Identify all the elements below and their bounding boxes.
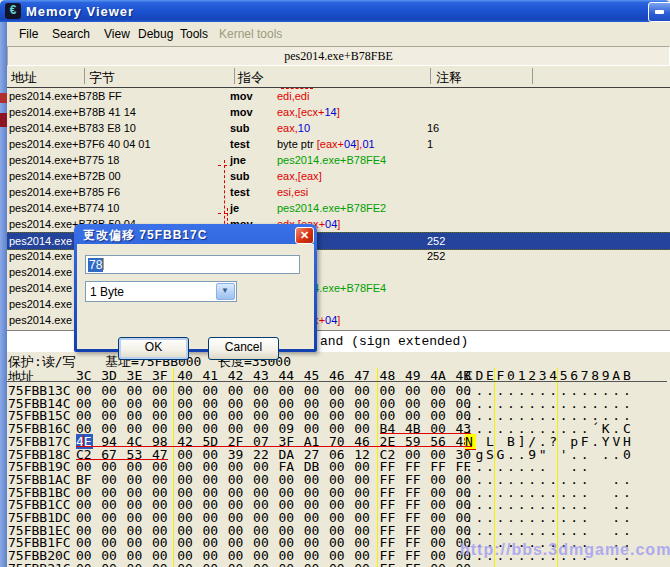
column-header: 指令 (238, 69, 264, 87)
hex-byte-cell[interactable]: 00 (354, 561, 371, 567)
hex-byte-cell[interactable]: 00 (203, 561, 220, 567)
size-select-value: 1 Byte (90, 285, 124, 299)
disasm-address: pes2014.exe (9, 314, 72, 326)
text-caret (103, 258, 104, 270)
window-left-border (0, 22, 7, 567)
disasm-address: pes2014.exe+B7F6 40 04 01 (9, 138, 151, 150)
disasm-address: pes2014.exe (9, 235, 72, 247)
size-select[interactable]: 1 Byte ▼ (85, 281, 237, 302)
disasm-row[interactable]: pes2014.exe+B7F6 40 04 01testbyte ptr [e… (7, 136, 670, 152)
group-guide-line (173, 368, 174, 567)
title-bar: € Memory Viewer (0, 0, 670, 22)
hex-byte-cell[interactable]: 00 (152, 561, 169, 567)
ok-button[interactable]: OK (118, 337, 189, 360)
disasm-row[interactable]: pes2014.exe+B775 18jnepes2014.exe+B78FE4 (7, 152, 670, 168)
disasm-address: pes2014.exe+B783 E8 10 (9, 122, 136, 134)
disasm-address: pes2014.exe (9, 250, 72, 262)
menu-item-view[interactable]: View (104, 27, 130, 41)
disasm-comment: 252 (427, 250, 445, 262)
disasm-mnemonic: test (230, 138, 250, 150)
memory-viewer-window: € Memory Viewer FileSearchViewDebugTools… (0, 0, 670, 567)
watermark-url: http://bbs.3dmgame.com/ (460, 541, 670, 559)
column-header: 地址 (11, 69, 37, 87)
disasm-mnemonic: je (230, 202, 239, 214)
disasm-row[interactable]: pes2014.exe+B78B 41 14moveax,[ecx+14] (7, 104, 670, 120)
border-artifact (0, 93, 7, 103)
disasm-comment: 16 (427, 122, 439, 134)
disasm-operands: eax,[eax] (277, 170, 322, 182)
hex-byte-cell[interactable]: 00 (253, 561, 270, 567)
dialog-body: 78 1 Byte ▼ OK Cancel (77, 244, 314, 349)
close-icon: ✕ (300, 229, 309, 241)
hex-byte-cell[interactable]: 00 (278, 561, 295, 567)
change-offset-dialog: 更改偏移 75FBB17C ✕ 78 1 Byte ▼ OK Cancel (74, 224, 317, 352)
hex-row-address: 75FBB21C (8, 561, 71, 567)
disasm-mnemonic: mov (230, 106, 253, 118)
cancel-button[interactable]: Cancel (208, 337, 279, 360)
cheat-engine-icon: € (5, 3, 21, 19)
hex-byte-cell[interactable]: FF (405, 561, 422, 567)
disasm-row[interactable]: pes2014.exe+B785 F6testesi,esi (7, 184, 670, 200)
column-divider (84, 68, 85, 84)
jump-line-tick (218, 165, 227, 166)
column-header: 字节 (89, 69, 115, 87)
disasm-address: pes2014.exe+B78B 41 14 (9, 106, 136, 118)
header-underline (7, 381, 667, 382)
value-input[interactable]: 78 (85, 255, 300, 274)
disasm-row[interactable]: pes2014.exe+B783 E8 10subeax,1016 (7, 120, 670, 136)
hex-dump-panel: 保护:读/写 基址=75FBB000 长度=35000 地址3C3D3E3F40… (7, 352, 670, 567)
disasm-row[interactable]: pes2014.exe+B78B FFmovedi,edi (7, 88, 670, 104)
column-divider (234, 68, 235, 84)
menu-item-file[interactable]: File (19, 27, 38, 41)
jump-target-marker (281, 88, 313, 89)
disasm-operands: edi,edi (277, 90, 309, 102)
hex-byte-cell[interactable]: 00 (101, 561, 118, 567)
chevron-down-icon: ▼ (221, 288, 228, 293)
instruction-description: and (sign extended) (320, 334, 468, 349)
disasm-comment: 1 (427, 138, 433, 150)
disasm-comment: 252 (427, 235, 445, 247)
hex-byte-cell[interactable]: 00 (76, 561, 93, 567)
dialog-title: 更改偏移 75FBB17C (83, 227, 207, 244)
disasm-mnemonic: test (230, 186, 250, 198)
hex-byte-cell[interactable]: 00 (430, 561, 447, 567)
address-bar-value: pes2014.exe+B78FBE (8, 49, 669, 64)
disasm-address: pes2014.exe (9, 298, 72, 310)
size-select-dropdown-button[interactable]: ▼ (216, 283, 235, 300)
address-bar[interactable]: pes2014.exe+B78FBE (7, 46, 670, 66)
hex-byte-cell[interactable]: 00 (304, 561, 321, 567)
disasm-mnemonic: sub (230, 170, 250, 182)
jump-line-tick (218, 213, 227, 214)
disasm-operands: eax,10 (277, 122, 310, 134)
disasm-address: pes2014.exe+B785 F6 (9, 186, 120, 198)
minimize-button[interactable] (648, 2, 670, 22)
value-input-selected-text: 78 (88, 258, 103, 272)
menu-item-kernel-tools: Kernel tools (219, 27, 282, 41)
menu-item-debug[interactable]: Debug (138, 27, 173, 41)
disasm-operands: eax,[ecx+14] (277, 106, 340, 118)
hex-byte-cell[interactable]: 00 (329, 561, 346, 567)
disasm-column-header: 地址字节指令注释 (7, 66, 670, 88)
hex-byte-cell[interactable]: FF (380, 561, 397, 567)
disasm-mnemonic: jne (230, 154, 246, 166)
disasm-address: pes2014.exe (9, 266, 72, 278)
dialog-close-button[interactable]: ✕ (295, 227, 314, 244)
menu-item-search[interactable]: Search (52, 27, 90, 41)
hex-byte-cell[interactable]: 00 (228, 561, 245, 567)
hex-byte-cell[interactable]: 00 (177, 561, 194, 567)
menu-bar: FileSearchViewDebugToolsKernel tools (7, 22, 670, 44)
menu-item-tools[interactable]: Tools (180, 27, 208, 41)
disasm-operands: esi,esi (277, 186, 308, 198)
disasm-row[interactable]: pes2014.exe+B774 10jepes2014.exe+B78FE2 (7, 200, 670, 216)
disasm-operands: pes2014.exe+B78FE2 (277, 202, 386, 214)
ascii-row[interactable]: ............ .. (465, 561, 633, 567)
disasm-operands: byte ptr [eax+04],01 (277, 138, 375, 150)
disasm-row[interactable]: pes2014.exe+B72B 00subeax,[eax] (7, 168, 670, 184)
column-divider (532, 68, 533, 84)
disasm-address: pes2014.exe (9, 282, 72, 294)
disasm-address: pes2014.exe+B775 18 (9, 154, 119, 166)
hex-byte-cell[interactable]: 00 (127, 561, 144, 567)
disasm-address: pes2014.exe+B774 10 (9, 202, 119, 214)
changed-bytes-underline (380, 433, 472, 434)
column-divider (430, 68, 431, 84)
